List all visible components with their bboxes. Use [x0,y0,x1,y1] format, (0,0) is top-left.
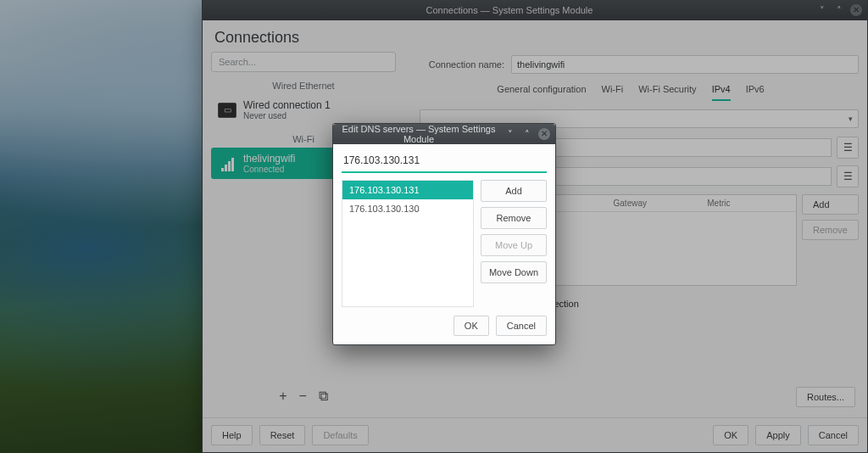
dialog-cancel-button[interactable]: Cancel [496,316,547,336]
dialog-minimize-icon[interactable]: ˅ [504,129,516,140]
dialog-titlebar: Edit DNS servers — System Settings Modul… [333,124,555,144]
dialog-maximize-icon[interactable]: ˄ [521,129,533,140]
dns-remove-button[interactable]: Remove [481,207,547,229]
dialog-title: Edit DNS servers — System Settings Modul… [338,124,499,144]
dialog-close-icon[interactable]: ✕ [538,128,550,140]
dns-list-item[interactable]: 176.103.130.131 [342,181,473,199]
dns-list[interactable]: 176.103.130.131 176.103.130.130 [342,180,474,307]
edit-dns-dialog: Edit DNS servers — System Settings Modul… [332,123,556,345]
dns-add-button[interactable]: Add [481,180,547,202]
dialog-ok-button[interactable]: OK [453,316,489,336]
dns-move-up-button[interactable]: Move Up [481,234,547,256]
dns-entry-input[interactable] [342,151,547,173]
dns-move-down-button[interactable]: Move Down [481,261,547,283]
dns-list-item[interactable]: 176.103.130.130 [342,199,473,218]
